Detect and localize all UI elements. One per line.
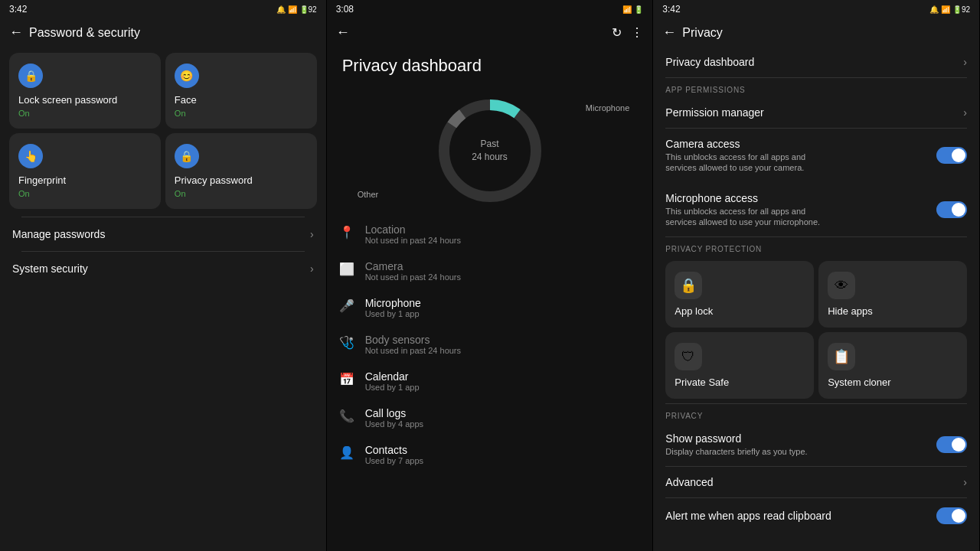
app-lock-icon: 🔒 bbox=[675, 272, 702, 299]
back-button-1[interactable]: ← bbox=[9, 24, 23, 41]
password-security-panel: 3:42 🔔 📶 🔋92 ← Password & security 🔒 Loc… bbox=[0, 0, 327, 551]
time-3: 3:42 bbox=[662, 4, 680, 15]
hide-apps-card[interactable]: 👁 Hide apps bbox=[818, 261, 967, 328]
perm-microphone[interactable]: 🎤 Microphone Used by 1 app bbox=[339, 289, 641, 326]
show-password-title: Show password bbox=[665, 432, 807, 445]
fingerprint-status: On bbox=[18, 189, 152, 198]
privacy-password-card[interactable]: 🔒 Privacy password On bbox=[165, 133, 317, 209]
chart-area: Past 24 hours Microphone Other bbox=[327, 82, 653, 216]
perm-body-sensors[interactable]: 🩺 Body sensors Not used in past 24 hours bbox=[339, 326, 641, 363]
private-safe-card[interactable]: 🛡 Private Safe bbox=[665, 332, 814, 399]
protection-grid: 🔒 App lock 👁 Hide apps 🛡 Private Safe 📋 … bbox=[653, 256, 979, 403]
battery-icon: 🔋92 bbox=[299, 5, 317, 14]
app-lock-card[interactable]: 🔒 App lock bbox=[665, 261, 814, 328]
privacy-dashboard-panel: 3:08 📶 🔋 ← ↻ ⋮ Privacy dashboard Past bbox=[327, 0, 654, 551]
time-2: 3:08 bbox=[336, 4, 354, 15]
manage-passwords-label: Manage passwords bbox=[12, 228, 105, 240]
advanced-item[interactable]: Advanced › bbox=[653, 467, 979, 497]
signal-icon-3: 📶 bbox=[941, 5, 950, 14]
system-cloner-card[interactable]: 📋 System cloner bbox=[818, 332, 967, 399]
camera-access-item: Camera access This unblocks access for a… bbox=[653, 129, 979, 183]
app-lock-title: App lock bbox=[675, 305, 805, 317]
face-card[interactable]: 😊 Face On bbox=[165, 53, 317, 129]
perm-call-logs-detail: Used by 4 apps bbox=[365, 419, 423, 429]
alert-clipboard-toggle[interactable] bbox=[936, 507, 967, 524]
alert-clipboard-title: Alert me when apps read clipboard bbox=[665, 510, 831, 522]
permission-manager-item[interactable]: Permission manager › bbox=[653, 97, 979, 128]
show-password-toggle[interactable] bbox=[936, 436, 967, 453]
perm-camera[interactable]: ⬜ Camera Not used in past 24 hours bbox=[339, 253, 641, 289]
perm-calendar[interactable]: 📅 Calendar Used by 1 app bbox=[339, 363, 641, 399]
alert-clipboard-item: Alert me when apps read clipboard bbox=[653, 498, 979, 533]
microphone-access-title: Microphone access bbox=[665, 192, 834, 204]
privacy-dashboard-item[interactable]: Privacy dashboard › bbox=[653, 47, 979, 77]
privacy-protection-label: PRIVACY PROTECTION bbox=[653, 237, 979, 256]
status-bar-2: 3:08 📶 🔋 bbox=[327, 0, 653, 18]
body-sensors-icon: 🩺 bbox=[339, 335, 354, 350]
notification-icon: 🔔 bbox=[276, 5, 286, 14]
signal-icon: 📶 bbox=[288, 5, 297, 14]
nav-actions-2: ↻ ⋮ bbox=[612, 25, 643, 40]
page-title-3: Privacy bbox=[682, 26, 722, 40]
battery-icon-2: 🔋 bbox=[634, 5, 643, 14]
battery-icon-3: 🔋92 bbox=[952, 5, 970, 14]
perm-call-logs-name: Call logs bbox=[365, 407, 423, 419]
perm-calendar-detail: Used by 1 app bbox=[365, 383, 420, 392]
lock-screen-icon: 🔒 bbox=[18, 64, 43, 88]
status-icons-3: 🔔 📶 🔋92 bbox=[929, 5, 970, 14]
microphone-access-subtitle: This unblocks access for all apps and se… bbox=[665, 206, 834, 228]
manage-passwords-item[interactable]: Manage passwords › bbox=[9, 217, 317, 251]
face-title: Face bbox=[175, 94, 308, 106]
chevron-icon-manage: › bbox=[310, 228, 314, 240]
system-cloner-icon: 📋 bbox=[828, 343, 855, 370]
status-icons-2: 📶 🔋 bbox=[622, 5, 643, 14]
fingerprint-icon: 👆 bbox=[18, 144, 43, 168]
time-1: 3:42 bbox=[9, 4, 27, 15]
calendar-icon: 📅 bbox=[339, 372, 354, 386]
app-permissions-label: APP PERMISSIONS bbox=[653, 78, 979, 97]
chevron-advanced: › bbox=[963, 476, 967, 488]
call-logs-icon: 📞 bbox=[339, 409, 354, 423]
perm-contacts[interactable]: 👤 Contacts Used by 7 apps bbox=[339, 436, 641, 473]
location-icon: 📍 bbox=[339, 225, 354, 240]
perm-call-logs[interactable]: 📞 Call logs Used by 4 apps bbox=[339, 399, 641, 436]
label-other: Other bbox=[358, 190, 379, 199]
fingerprint-title: Fingerprint bbox=[18, 174, 152, 186]
refresh-icon[interactable]: ↻ bbox=[612, 25, 622, 40]
lock-screen-card[interactable]: 🔒 Lock screen password On bbox=[9, 53, 161, 129]
perm-microphone-name: Microphone bbox=[365, 297, 421, 309]
microphone-access-item: Microphone access This unblocks access f… bbox=[653, 183, 979, 237]
more-icon[interactable]: ⋮ bbox=[631, 25, 643, 40]
label-microphone: Microphone bbox=[586, 103, 629, 112]
hide-apps-title: Hide apps bbox=[828, 305, 958, 317]
face-icon: 😊 bbox=[175, 64, 199, 88]
system-cloner-title: System cloner bbox=[828, 377, 958, 388]
perm-calendar-name: Calendar bbox=[365, 370, 420, 383]
perm-location[interactable]: 📍 Location Not used in past 24 hours bbox=[339, 216, 641, 253]
permissions-list: 📍 Location Not used in past 24 hours ⬜ C… bbox=[327, 216, 653, 551]
chevron-permission-manager: › bbox=[963, 106, 967, 119]
signal-icon-2: 📶 bbox=[622, 5, 632, 14]
chevron-privacy-dashboard: › bbox=[963, 56, 967, 68]
camera-access-toggle[interactable] bbox=[936, 147, 967, 164]
center-text-line2: 24 hours bbox=[472, 151, 508, 164]
microphone-access-toggle[interactable] bbox=[936, 201, 967, 218]
fingerprint-card[interactable]: 👆 Fingerprint On bbox=[9, 133, 161, 209]
security-grid: 🔒 Lock screen password On 😊 Face On 👆 Fi… bbox=[9, 53, 317, 209]
status-bar-1: 3:42 🔔 📶 🔋92 bbox=[0, 0, 326, 18]
nav-bar-3: ← Privacy bbox=[653, 18, 979, 47]
camera-icon: ⬜ bbox=[339, 262, 354, 276]
back-button-2[interactable]: ← bbox=[336, 24, 350, 41]
system-security-item[interactable]: System security › bbox=[9, 252, 317, 285]
private-safe-title: Private Safe bbox=[675, 377, 805, 388]
private-safe-icon: 🛡 bbox=[675, 343, 702, 370]
privacy-password-icon: 🔒 bbox=[175, 144, 199, 168]
nav-bar-2: ← ↻ ⋮ bbox=[327, 18, 653, 47]
status-bar-3: 3:42 🔔 📶 🔋92 bbox=[653, 0, 979, 18]
perm-contacts-detail: Used by 7 apps bbox=[365, 456, 423, 465]
perm-body-sensors-name: Body sensors bbox=[365, 334, 461, 346]
back-button-3[interactable]: ← bbox=[662, 24, 676, 41]
panel1-content: 🔒 Lock screen password On 😊 Face On 👆 Fi… bbox=[0, 47, 326, 551]
camera-access-title: Camera access bbox=[665, 138, 834, 150]
chevron-icon-system: › bbox=[310, 262, 314, 275]
